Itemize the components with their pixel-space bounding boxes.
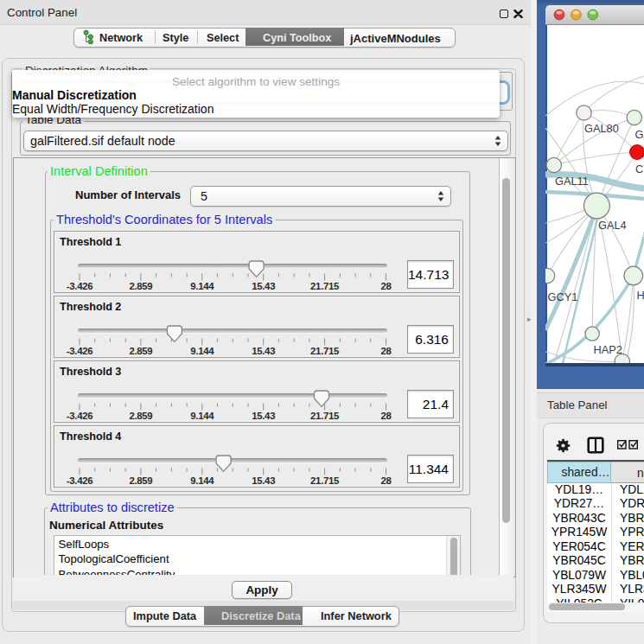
svg-text:CYC1: CYC1 xyxy=(635,163,644,175)
svg-text:GAL4: GAL4 xyxy=(598,219,627,232)
svg-text:GAL3: GAL3 xyxy=(635,128,644,141)
svg-text:GAL11: GAL11 xyxy=(555,175,589,188)
svg-text:HAP2: HAP2 xyxy=(594,343,622,356)
svg-text:GCY1: GCY1 xyxy=(548,290,578,303)
svg-text:HIS4: HIS4 xyxy=(637,289,644,302)
svg-text:GAL80: GAL80 xyxy=(584,122,619,135)
